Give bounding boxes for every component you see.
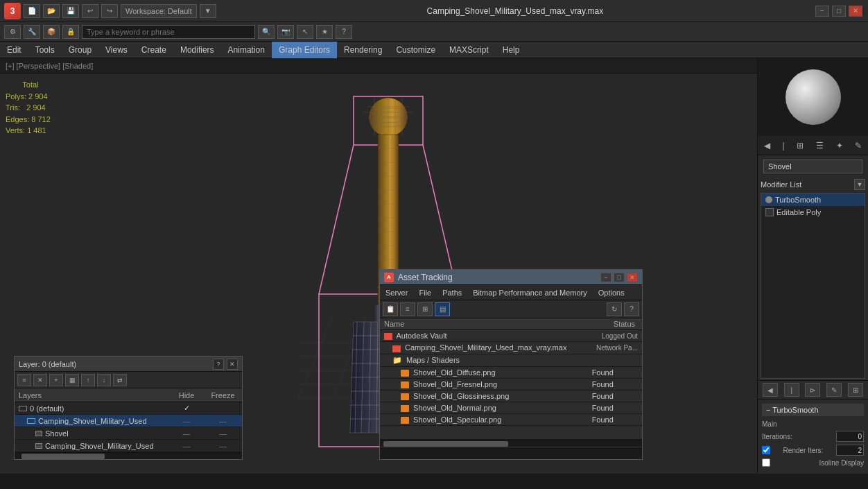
layer-tool-5[interactable]: ↑ xyxy=(81,374,95,386)
search-btn[interactable]: 🔍 xyxy=(258,25,275,39)
menu-create[interactable]: Create xyxy=(134,42,173,58)
minimize-btn[interactable]: − xyxy=(815,6,829,17)
rp-tab-2[interactable]: | xyxy=(782,141,784,151)
rp-tool-5[interactable]: ⊞ xyxy=(848,383,863,397)
layer-panel-close[interactable]: ✕ xyxy=(227,359,238,370)
ap-row-1[interactable]: Camping_Shovel_Military_Used_max_vray.ma… xyxy=(380,342,642,354)
new-btn[interactable]: 📄 xyxy=(24,4,40,18)
layer-scrollbar[interactable] xyxy=(15,452,242,459)
render-iters-input[interactable] xyxy=(836,445,864,456)
layer-row-3[interactable]: Camping_Shovel_Military_Used — — xyxy=(15,440,242,452)
rp-tool-1[interactable]: ◀ xyxy=(763,383,778,397)
modifier-turbosmooth[interactable]: TurboSmooth xyxy=(761,194,865,206)
camera-btn[interactable]: 📷 xyxy=(277,25,294,39)
menu-graph-editors[interactable]: Graph Editors xyxy=(272,42,337,58)
open-btn[interactable]: 📂 xyxy=(43,4,60,18)
ap-row-0[interactable]: Autodesk Vault Logged Out xyxy=(380,330,642,342)
help-btn[interactable]: ? xyxy=(336,25,352,39)
layer-row-2[interactable]: Shovel — — xyxy=(15,427,242,440)
undo-btn[interactable]: ↩ xyxy=(82,4,98,18)
rp-tab-4[interactable]: ☰ xyxy=(816,141,824,151)
cursor-btn[interactable]: ↖ xyxy=(297,25,313,39)
maximize-btn[interactable]: □ xyxy=(832,6,846,17)
ap-tool-refresh[interactable]: ↻ xyxy=(607,302,622,316)
menu-customize[interactable]: Customize xyxy=(389,42,442,58)
menu-maxscript[interactable]: MAXScript xyxy=(442,42,496,58)
menu-tools[interactable]: Tools xyxy=(28,42,62,58)
ap-row-5[interactable]: Shovel_Old_Glossiness.png Found xyxy=(380,390,642,402)
menu-help[interactable]: Help xyxy=(496,42,527,58)
layer-row-0[interactable]: 0 (default) ✓ xyxy=(15,402,242,415)
workspace-btn[interactable]: Workspace: Default xyxy=(121,4,197,18)
asset-maximize-btn[interactable]: □ xyxy=(614,273,625,282)
rp-tool-3[interactable]: ⊳ xyxy=(805,383,820,397)
iterations-input[interactable] xyxy=(836,431,864,442)
ap-row-6[interactable]: Shovel_Old_Normal.png Found xyxy=(380,402,642,413)
ap-menu-bitmap[interactable]: Bitmap Performance and Memory xyxy=(467,285,592,300)
layer-tool-7[interactable]: ⇄ xyxy=(113,374,127,386)
ap-row-4[interactable]: Shovel_Old_Fresnel.png Found xyxy=(380,378,642,390)
workspace-dropdown[interactable]: ▼ xyxy=(200,4,216,18)
layer-tool-4[interactable]: ▦ xyxy=(65,374,79,386)
layer-scroll-thumb[interactable] xyxy=(21,454,105,459)
ap-menu-server[interactable]: Server xyxy=(380,285,413,300)
layer-panel-question[interactable]: ? xyxy=(213,359,224,370)
viewport-info-bar: [+] [Perspective] [Shaded] xyxy=(0,58,757,74)
close-btn[interactable]: ✕ xyxy=(849,6,862,17)
menu-modifiers[interactable]: Modifiers xyxy=(173,42,221,58)
search-input[interactable] xyxy=(82,25,255,39)
asset-close-btn[interactable]: ✕ xyxy=(627,273,638,282)
toolbar-icon-1[interactable]: ⚙ xyxy=(4,25,21,39)
ap-menu-paths[interactable]: Paths xyxy=(437,285,467,300)
star-btn[interactable]: ★ xyxy=(316,25,333,39)
save-btn[interactable]: 💾 xyxy=(62,4,79,18)
ap-tool-1[interactable]: 📋 xyxy=(383,302,398,316)
layer-tool-3[interactable]: + xyxy=(49,374,63,386)
object-name-input[interactable] xyxy=(763,160,862,173)
toolbar-icon-3[interactable]: 📦 xyxy=(43,25,60,39)
toolbar-icon-4[interactable]: 🔒 xyxy=(62,25,79,39)
layer-tool-1[interactable]: ≡ xyxy=(17,374,31,386)
ap-cell-status-1: Network Pa... xyxy=(588,342,642,354)
rp-tab-3[interactable]: ⊞ xyxy=(797,141,804,151)
ap-tool-4[interactable]: ▤ xyxy=(435,302,450,316)
ap-tool-help[interactable]: ? xyxy=(624,302,639,316)
layer-row-name-3: Camping_Shovel_Military_Used xyxy=(15,442,169,450)
ap-menu-options[interactable]: Options xyxy=(593,285,630,300)
preview-area xyxy=(758,58,868,136)
rp-tab-5[interactable]: ✦ xyxy=(836,141,843,151)
redo-btn[interactable]: ↪ xyxy=(101,4,118,18)
turbosmooth-collapse[interactable]: − xyxy=(766,406,770,414)
ap-row-3[interactable]: Shovel_Old_Diffuse.png Found xyxy=(380,366,642,378)
asset-tracking-panel: A Asset Tracking − □ ✕ Server File Paths… xyxy=(379,269,643,460)
ap-tool-3[interactable]: ⊞ xyxy=(417,302,433,316)
asset-minimize-btn[interactable]: − xyxy=(600,273,611,282)
asset-scrollbar[interactable] xyxy=(380,440,642,447)
modifier-editable-poly[interactable]: Editable Poly xyxy=(761,206,865,218)
render-iters-checkbox[interactable] xyxy=(762,446,770,454)
menu-group[interactable]: Group xyxy=(62,42,98,58)
menu-animation[interactable]: Animation xyxy=(221,42,272,58)
isoline-checkbox[interactable] xyxy=(762,458,770,467)
ap-menu-file[interactable]: File xyxy=(413,285,437,300)
menu-edit[interactable]: Edit xyxy=(0,42,28,58)
ap-row-2[interactable]: 📁 Maps / Shaders xyxy=(380,354,642,366)
asset-panel-titlebar: A Asset Tracking − □ ✕ xyxy=(380,270,642,285)
asset-input-bar xyxy=(380,447,642,459)
asset-scroll-thumb[interactable] xyxy=(383,441,508,447)
layer-tool-6[interactable]: ↓ xyxy=(97,374,111,386)
ap-tool-2[interactable]: ≡ xyxy=(400,302,415,316)
rp-tab-1[interactable]: ◀ xyxy=(764,141,770,151)
ap-cell-name-6: Shovel_Old_Normal.png xyxy=(380,402,588,413)
rp-tool-2[interactable]: | xyxy=(784,383,799,397)
rp-tool-4[interactable]: ✎ xyxy=(826,383,842,397)
ap-row-7[interactable]: Shovel_Old_Specular.png Found xyxy=(380,413,642,425)
toolbar-icon-2[interactable]: 🔧 xyxy=(24,25,40,39)
layer-tool-2[interactable]: ✕ xyxy=(33,374,47,386)
viewport[interactable]: [+] [Perspective] [Shaded] Total Polys: … xyxy=(0,58,757,474)
layer-row-1[interactable]: Camping_Shovel_Military_Used — — xyxy=(15,415,242,427)
menu-views[interactable]: Views xyxy=(98,42,134,58)
menu-rendering[interactable]: Rendering xyxy=(337,42,389,58)
rp-tab-6[interactable]: ✎ xyxy=(855,141,862,151)
modifier-list-dropdown[interactable]: ▼ xyxy=(854,179,865,190)
